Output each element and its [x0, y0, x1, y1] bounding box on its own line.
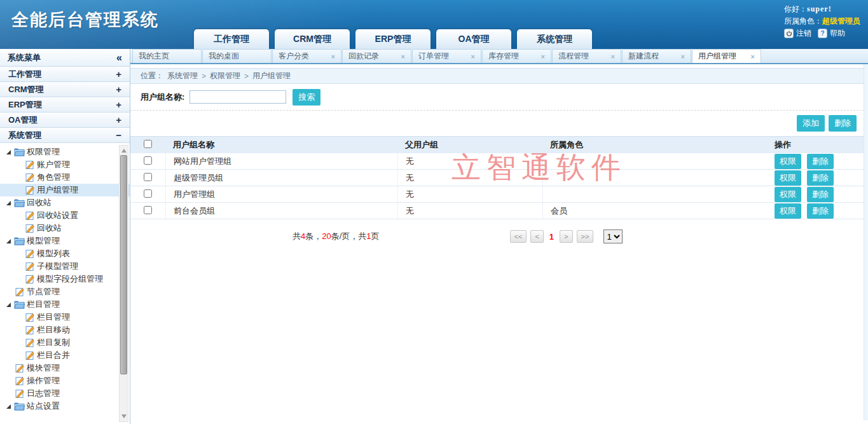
close-icon[interactable]: × — [471, 53, 475, 60]
nav-tab-oa[interactable]: OA管理 — [436, 29, 511, 49]
row-permission-button[interactable]: 权限 — [775, 170, 801, 186]
tree-item[interactable]: 站点设置 — [0, 400, 130, 413]
sidebar-accordion-item[interactable]: ERP管理+ — [0, 97, 130, 113]
page-edit-icon — [25, 211, 35, 221]
row-checkbox[interactable] — [144, 206, 152, 214]
tree-item[interactable]: 栏目移动 — [0, 324, 130, 336]
nav-tab-crm[interactable]: CRM管理 — [275, 29, 350, 49]
open-tab[interactable]: 客户分类× — [272, 49, 341, 63]
open-tab[interactable]: 我的桌面 — [202, 49, 272, 63]
stats-text: 条， — [305, 231, 322, 241]
search-button[interactable]: 搜索 — [293, 89, 320, 106]
tree-item[interactable]: 回收站设置 — [0, 209, 130, 222]
nav-tab-erp[interactable]: ERP管理 — [355, 29, 431, 49]
accordion-label: 工作管理 — [8, 69, 41, 80]
open-tab[interactable]: 回款记录× — [342, 49, 411, 63]
row-checkbox[interactable] — [144, 173, 152, 181]
page-edit-icon — [25, 173, 35, 182]
nav-tab-work[interactable]: 工作管理 — [194, 29, 269, 49]
pagination-bar: 共4条，20条/页，共1页 << < 1 > >> 1 — [130, 229, 868, 243]
tree-item[interactable]: 栏目合并 — [0, 349, 130, 362]
tree-item[interactable]: 操作管理 — [0, 374, 130, 387]
open-tab[interactable]: 库存管理× — [482, 49, 551, 63]
row-permission-button[interactable]: 权限 — [775, 203, 801, 219]
content-scrollbar-track[interactable] — [864, 64, 868, 420]
row-checkbox-cell — [130, 189, 165, 200]
user-group-table: 用户组名称 父用户组 所属角色 操作 网站用户管理组无权限删除超级管理员组无权限… — [130, 136, 868, 219]
tree-item[interactable]: 模块管理 — [0, 362, 130, 374]
add-button[interactable]: 添加 — [797, 115, 825, 132]
last-page-button[interactable]: >> — [577, 230, 594, 243]
page-edit-icon — [15, 389, 25, 399]
tree-item[interactable]: 栏目管理 — [0, 311, 130, 324]
row-delete-button[interactable]: 删除 — [807, 170, 834, 186]
select-all-checkbox[interactable] — [144, 140, 152, 148]
open-tab-label: 新建流程 — [628, 51, 659, 62]
tree-item[interactable]: 模型管理 — [0, 235, 130, 247]
delete-button[interactable]: 删除 — [829, 115, 857, 132]
tree-item[interactable]: 栏目复制 — [0, 336, 130, 349]
close-icon[interactable]: × — [541, 53, 545, 60]
sidebar-accordion-item[interactable]: 工作管理+ — [0, 67, 130, 82]
group-name-input[interactable] — [189, 90, 286, 104]
tree-item[interactable]: 角色管理 — [0, 171, 130, 184]
close-icon[interactable]: × — [681, 53, 685, 60]
page-edit-icon — [25, 351, 35, 360]
close-icon[interactable]: × — [611, 53, 615, 60]
open-tab[interactable]: 流程管理× — [552, 49, 621, 63]
tree-item[interactable]: 节点管理 — [0, 285, 130, 298]
row-delete-button[interactable]: 删除 — [807, 154, 834, 169]
tree-item[interactable]: 模型字段分组管理 — [0, 273, 130, 285]
cell-group-name: 超级管理员组 — [165, 170, 397, 186]
prev-page-button[interactable]: < — [530, 230, 543, 243]
scroll-down-icon[interactable] — [121, 414, 127, 418]
close-icon[interactable]: × — [401, 53, 405, 60]
tree-item[interactable]: 权限管理 — [0, 146, 130, 158]
open-tab[interactable]: 订单管理× — [412, 49, 481, 63]
row-delete-button[interactable]: 删除 — [807, 187, 834, 202]
row-permission-button[interactable]: 权限 — [775, 154, 801, 169]
tree-item[interactable]: 日志管理 — [0, 387, 130, 400]
sidebar-accordion-item[interactable]: 系统管理− — [0, 128, 130, 143]
page-edit-icon — [15, 364, 25, 373]
cell-parent-group: 无 — [397, 203, 542, 219]
sidebar-title: 系统菜单 — [8, 52, 41, 64]
sidebar-accordion-item[interactable]: CRM管理+ — [0, 82, 130, 97]
open-tab[interactable]: 用户组管理× — [692, 49, 761, 63]
stats-text: 共 — [293, 231, 301, 241]
next-page-button[interactable]: > — [560, 230, 572, 243]
row-checkbox[interactable] — [144, 156, 152, 165]
tree-item[interactable]: 账户管理 — [0, 158, 130, 171]
close-icon[interactable]: × — [751, 53, 755, 60]
tree-item-label: 栏目管理 — [37, 311, 70, 323]
first-page-button[interactable]: << — [510, 230, 527, 243]
logout-link[interactable]: 注销 — [784, 27, 811, 39]
row-delete-button[interactable]: 删除 — [807, 203, 834, 219]
scrollbar-thumb[interactable] — [120, 155, 127, 374]
tree-item-label: 子模型管理 — [37, 261, 78, 272]
tree-item[interactable]: 回收站 — [0, 222, 130, 235]
sidebar-accordion-item[interactable]: OA管理+ — [0, 113, 130, 128]
tree-item[interactable]: 栏目管理 — [0, 298, 130, 311]
tree-item-label: 权限管理 — [27, 146, 60, 158]
tree-item[interactable]: 模型列表 — [0, 247, 130, 260]
collapse-sidebar-icon[interactable]: « — [116, 52, 122, 64]
expand-collapse-icon: + — [116, 99, 121, 110]
expand-collapse-icon: + — [116, 69, 121, 79]
page-select[interactable]: 1 — [603, 229, 623, 243]
open-tab[interactable]: 我的主页 — [132, 49, 202, 63]
close-icon[interactable]: × — [331, 53, 335, 60]
tree-item[interactable]: 子模型管理 — [0, 260, 130, 273]
row-checkbox[interactable] — [144, 189, 152, 198]
tree-item[interactable]: 用户组管理 — [0, 184, 130, 196]
nav-tab-system[interactable]: 系统管理 — [517, 29, 592, 49]
accordion-label: OA管理 — [8, 114, 38, 126]
help-link[interactable]: ? 帮助 — [818, 27, 845, 39]
scroll-up-icon[interactable] — [121, 149, 127, 153]
row-permission-button[interactable]: 权限 — [775, 187, 801, 202]
open-tab[interactable]: 新建流程× — [622, 49, 691, 63]
role-row: 所属角色： 超级管理员 — [784, 15, 860, 27]
sidebar-scrollbar[interactable] — [119, 145, 128, 422]
accordion-label: CRM管理 — [8, 84, 44, 95]
tree-item[interactable]: 回收站 — [0, 196, 130, 209]
